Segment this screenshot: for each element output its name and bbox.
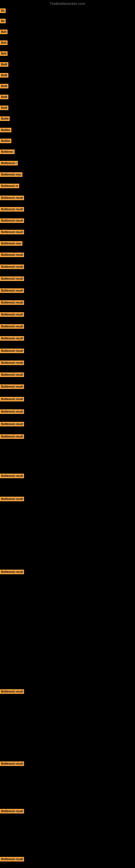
list-item: Bottleneck result xyxy=(0,361,24,365)
bottleneck-label: Bottleneck result xyxy=(0,324,24,329)
list-item: Bottleneck result xyxy=(0,422,24,426)
bottleneck-label: Bottl xyxy=(0,95,8,99)
bottleneck-label: Bottleneck result xyxy=(0,384,24,389)
list-item: Bottleneck result xyxy=(0,397,24,401)
list-item: Bottleneck result xyxy=(0,809,24,813)
bottleneck-label: Bottleneck result xyxy=(0,422,24,426)
list-item: Bottleneck resu xyxy=(0,172,22,177)
bottleneck-label: Bottleneck result xyxy=(0,372,24,377)
bottleneck-label: Bottlen xyxy=(0,128,11,132)
list-item: Bottleneck result xyxy=(0,207,24,212)
bottleneck-label: Bottleneck result xyxy=(0,474,24,478)
list-item: Bott xyxy=(0,51,8,56)
bottleneck-label: Bottleneck re xyxy=(0,184,19,188)
bottleneck-label: Bottleneck result xyxy=(0,218,24,223)
bottleneck-label: Bottl xyxy=(0,84,8,88)
bottleneck-label: Bottleneck result xyxy=(0,762,24,766)
list-item: Bottlenec xyxy=(0,150,14,154)
bottleneck-label: Bottleneck result xyxy=(0,569,24,574)
bottleneck-label: Bott xyxy=(0,51,8,56)
bottleneck-label: Bott xyxy=(0,30,8,34)
list-item: Bottleneck result xyxy=(0,372,24,377)
list-item: Bottl xyxy=(0,73,8,78)
list-item: Bottleneck result xyxy=(0,409,24,414)
bottleneck-label: Bottleneck result xyxy=(0,230,24,235)
bottleneck-label: Bo xyxy=(0,8,6,13)
list-item: Bottleneck result xyxy=(0,218,24,223)
list-item: Bottl xyxy=(0,95,8,99)
bottleneck-label: Bottle xyxy=(0,116,10,121)
list-item: Bottleneck result xyxy=(0,689,24,694)
list-item: Bottleneck result xyxy=(0,384,24,389)
bottleneck-label: Bottleneck result xyxy=(0,409,24,414)
list-item: Bottleneck result xyxy=(0,195,24,200)
bottleneck-label: Bottleneck result xyxy=(0,312,24,317)
bottleneck-label: Bottleneck result xyxy=(0,276,24,281)
list-item: Bott xyxy=(0,30,8,34)
list-item: Bott xyxy=(0,40,8,45)
bottleneck-label: Bottleneck result xyxy=(0,207,24,212)
list-item: Bottleneck result xyxy=(0,474,24,478)
bottleneck-label: Bottlen xyxy=(0,138,11,143)
list-item: Bottleneck result xyxy=(0,265,24,269)
list-item: Bottlen xyxy=(0,138,11,143)
list-item: Bottleneck result xyxy=(0,762,24,766)
bottleneck-label: Bottleneck result xyxy=(0,336,24,341)
bottleneck-label: Bottleneck result xyxy=(0,288,24,293)
bottleneck-label: Bottl xyxy=(0,73,8,78)
bottleneck-label: Bottleneck result xyxy=(0,497,24,501)
bottleneck-label: Bottleneck result xyxy=(0,857,24,862)
list-item: Bottleneck result xyxy=(0,276,24,281)
site-title: TheBottlenecker.com xyxy=(0,0,135,7)
bottleneck-label: Bottleneck resu xyxy=(0,241,22,246)
bottleneck-label: Bottleneck result xyxy=(0,689,24,694)
bottleneck-label: Bott xyxy=(0,40,8,45)
bottleneck-label: Bottleneck result xyxy=(0,252,24,257)
list-item: Bottleneck result xyxy=(0,252,24,257)
list-item: Bottleneck result xyxy=(0,324,24,329)
list-item: Bottleneck result xyxy=(0,569,24,574)
bottleneck-label: Bottleneck result xyxy=(0,265,24,269)
list-item: Bottleneck result xyxy=(0,288,24,293)
list-item: Bottl xyxy=(0,62,8,67)
list-item: Bottleneck result xyxy=(0,857,24,862)
list-item: Bottleneck result xyxy=(0,300,24,305)
bottleneck-label: Bottleneck result xyxy=(0,348,24,353)
list-item: Bottleneck result xyxy=(0,312,24,317)
list-item: Bottleneck result xyxy=(0,497,24,501)
bottleneck-label: Bottleneck result xyxy=(0,809,24,813)
list-item: Bottle xyxy=(0,116,10,121)
bottleneck-label: Bottl xyxy=(0,62,8,67)
bottleneck-label: Bottleneck resu xyxy=(0,172,22,177)
list-item: Bottleneck r xyxy=(0,161,18,165)
bottleneck-label: Bo xyxy=(0,19,6,23)
bottleneck-label: Bottlenec xyxy=(0,150,14,154)
list-item: Bottleneck result xyxy=(0,434,24,439)
list-item: Bottlen xyxy=(0,128,11,132)
list-item: Bo xyxy=(0,19,6,23)
bottleneck-label: Bottleneck result xyxy=(0,397,24,401)
list-item: Bo xyxy=(0,8,6,13)
bottleneck-label: Bottleneck result xyxy=(0,434,24,439)
list-item: Bottleneck re xyxy=(0,184,19,188)
bottleneck-label: Bottleneck result xyxy=(0,195,24,200)
list-item: Bottl xyxy=(0,84,8,88)
bottleneck-label: Bottleneck r xyxy=(0,161,18,165)
list-item: Bottl xyxy=(0,105,8,110)
bottleneck-label: Bottleneck result xyxy=(0,300,24,305)
list-item: Bottleneck result xyxy=(0,336,24,341)
list-item: Bottleneck result xyxy=(0,348,24,353)
list-item: Bottleneck result xyxy=(0,230,24,235)
bottleneck-label: Bottl xyxy=(0,105,8,110)
bottleneck-label: Bottleneck result xyxy=(0,361,24,365)
list-item: Bottleneck resu xyxy=(0,241,22,246)
